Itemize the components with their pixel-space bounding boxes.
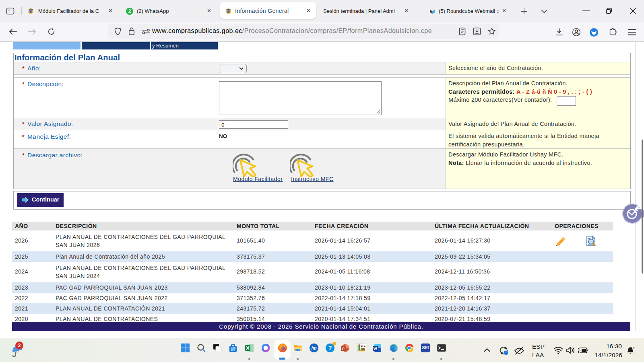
svg-text:P: P: [342, 347, 345, 351]
svg-text:z: z: [633, 346, 635, 350]
svg-text:z: z: [631, 346, 632, 349]
